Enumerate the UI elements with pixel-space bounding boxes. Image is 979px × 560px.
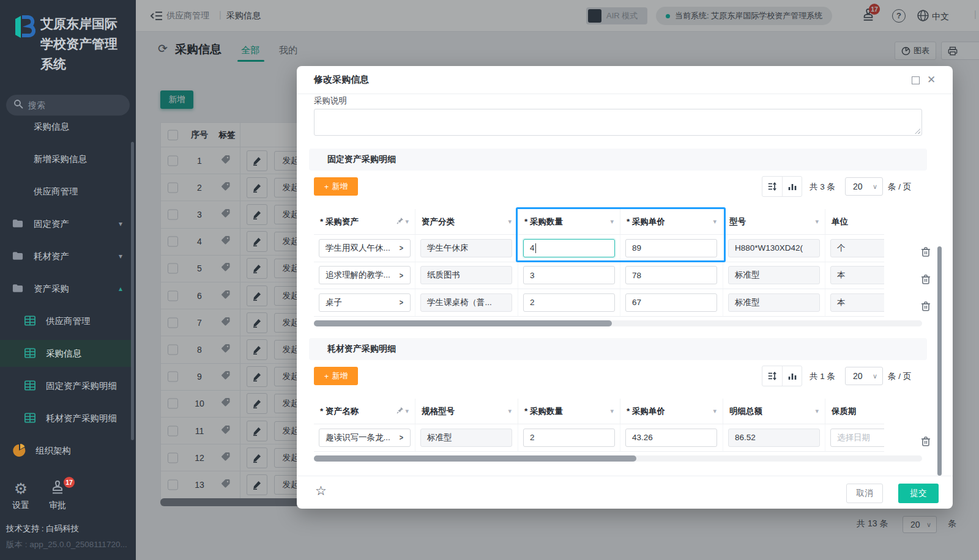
- sidebar-folder-consumable-assets[interactable]: 耗材资产 ▾: [0, 243, 133, 270]
- settings-button[interactable]: ⚙ 设置: [9, 481, 33, 511]
- chevron-right-icon: >: [400, 298, 403, 307]
- chevron-down-icon[interactable]: ▾: [610, 218, 614, 226]
- section-consumable-assets: 耗材资产采购明细: [309, 338, 927, 360]
- table-header: * 采购资产▾ 资产分类▾ * 采购数量▾ * 采购单价▾ 型号▾ 单位: [314, 209, 884, 235]
- gear-icon: ⚙: [9, 481, 33, 496]
- pin-icon[interactable]: [396, 217, 404, 226]
- sidebar-scrollbar[interactable]: [131, 142, 134, 440]
- delete-row-button[interactable]: [912, 293, 939, 320]
- add-row-button[interactable]: + 新增: [314, 367, 358, 385]
- sidebar-sub-supplier-mgmt[interactable]: 供应商管理: [0, 308, 133, 334]
- bar-chart-icon[interactable]: [782, 366, 802, 386]
- total-field: 86.52: [728, 429, 820, 447]
- table-horizontal-scrollbar[interactable]: [314, 320, 922, 326]
- chevron-down-icon: ▾: [119, 252, 122, 260]
- approval-button[interactable]: 17 审批: [44, 481, 71, 511]
- unit-field: 个: [830, 239, 884, 257]
- maximize-icon[interactable]: [912, 76, 920, 84]
- table-row: 桌子> 学生课桌椅（普... 2 67 标准型 本: [314, 289, 884, 317]
- sidebar-folder-fixed-assets[interactable]: 固定资产 ▾: [0, 210, 133, 237]
- asset-select[interactable]: 桌子>: [319, 293, 411, 312]
- folder-icon: [12, 251, 23, 262]
- description-textarea[interactable]: [314, 109, 922, 136]
- bar-chart-icon[interactable]: [782, 177, 802, 196]
- table-icon: [24, 380, 35, 392]
- modal-vertical-scrollbar[interactable]: [937, 246, 942, 476]
- add-row-button[interactable]: + 新增: [314, 177, 358, 196]
- delete-row-button[interactable]: [912, 238, 939, 266]
- chevron-down-icon[interactable]: ▾: [815, 218, 819, 226]
- table-header: * 资产名称▾ 规格型号▾ * 采购数量▾ * 采购单价▾ 明细总额▾ 保质期: [314, 399, 884, 424]
- fixed-total-count: 共 3 条: [810, 182, 835, 193]
- table-icon: [24, 315, 35, 328]
- qty-input[interactable]: 2: [523, 293, 615, 312]
- description-label: 采购说明: [314, 95, 347, 106]
- modal-header: 修改采购信息 ✕: [297, 66, 953, 94]
- favorite-star-icon[interactable]: ☆: [315, 484, 327, 498]
- chevron-down-icon[interactable]: ▾: [508, 218, 512, 226]
- consumable-page-size-select[interactable]: 20∨: [845, 367, 883, 385]
- unit-field: 本: [830, 266, 884, 284]
- consumable-total-count: 共 1 条: [810, 371, 835, 382]
- chevron-down-icon: ▾: [119, 219, 122, 228]
- modal-title: 修改采购信息: [314, 74, 369, 86]
- asset-select[interactable]: 追求理解的教学...>: [319, 266, 411, 284]
- sidebar-item-org[interactable]: 组织架构: [0, 437, 133, 464]
- asset-select[interactable]: 学生用双人午休...>: [319, 239, 411, 257]
- category-field: 学生午休床: [420, 239, 512, 257]
- qty-input[interactable]: 4: [523, 239, 615, 257]
- sidebar-sub-fixed-asset-detail[interactable]: 固定资产采购明细: [0, 372, 133, 399]
- close-icon[interactable]: ✕: [927, 73, 936, 86]
- sidebar-folder-asset-purchase[interactable]: 资产采购 ▴: [0, 275, 133, 302]
- table-icon: [24, 348, 35, 360]
- price-input[interactable]: 67: [625, 293, 717, 312]
- chevron-right-icon: >: [400, 433, 403, 442]
- qty-input[interactable]: 3: [523, 266, 615, 284]
- chevron-down-icon: ∨: [873, 183, 877, 191]
- per-page-label: 条 / 页: [888, 182, 911, 193]
- sidebar-search[interactable]: [6, 95, 130, 116]
- per-page-label: 条 / 页: [888, 371, 911, 382]
- consumable-assets-table: * 资产名称▾ 规格型号▾ * 采购数量▾ * 采购单价▾ 明细总额▾ 保质期 …: [314, 399, 922, 466]
- sidebar-item-new-purchase[interactable]: 新增采购信息: [0, 146, 133, 172]
- plus-icon: +: [324, 372, 329, 381]
- delete-row-button[interactable]: [912, 428, 939, 455]
- price-input[interactable]: 78: [625, 266, 717, 284]
- cancel-button[interactable]: 取消: [846, 484, 883, 503]
- qty-input[interactable]: 2: [523, 429, 615, 447]
- chevron-down-icon[interactable]: ▾: [508, 407, 512, 415]
- submit-button[interactable]: 提交: [898, 484, 939, 503]
- row-height-icon[interactable]: [762, 366, 782, 386]
- shelf-life-date-input[interactable]: 选择日期: [830, 429, 884, 447]
- sidebar-sub-consumable-detail[interactable]: 耗材资产采购明细: [0, 405, 133, 432]
- asset-select[interactable]: 趣读识写一条龙...>: [319, 429, 411, 447]
- sidebar-item-purchase-info[interactable]: 采购信息: [0, 113, 133, 140]
- table-row: 趣读识写一条龙...> 标准型 2 43.26 86.52 选择日期: [314, 424, 884, 452]
- support-text: 技术支持 : 白码科技: [6, 523, 79, 534]
- sidebar: 艾原东岸国际 学校资产管理 系统 采购信息 新增采购信息 供应商管理 固定资产 …: [0, 0, 136, 560]
- chevron-down-icon[interactable]: ▾: [610, 407, 614, 415]
- sidebar-sub-purchase-info[interactable]: 采购信息: [0, 340, 133, 367]
- chevron-down-icon[interactable]: ▾: [405, 407, 409, 415]
- row-height-icon[interactable]: [762, 177, 782, 196]
- chevron-right-icon: >: [400, 271, 403, 280]
- app-title: 艾原东岸国际 学校资产管理 系统: [40, 13, 132, 74]
- model-field: 标准型: [728, 293, 820, 312]
- pie-icon: [12, 444, 26, 459]
- table-row: 学生用双人午休...> 学生午休床 4 89 H880*W130XD42( 个: [314, 235, 884, 262]
- chevron-down-icon[interactable]: ▾: [713, 218, 717, 226]
- pin-icon[interactable]: [396, 407, 404, 416]
- chevron-down-icon[interactable]: ▾: [405, 218, 409, 226]
- table-horizontal-scrollbar[interactable]: [314, 455, 922, 462]
- chevron-up-icon: ▴: [119, 284, 122, 293]
- fixed-page-size-select[interactable]: 20∨: [845, 177, 883, 196]
- search-input[interactable]: [28, 100, 120, 110]
- price-input[interactable]: 43.26: [625, 429, 717, 447]
- chevron-down-icon[interactable]: ▾: [815, 407, 819, 415]
- delete-row-button[interactable]: [912, 266, 939, 293]
- chevron-down-icon[interactable]: ▾: [713, 407, 717, 415]
- sidebar-item-supplier-mgmt[interactable]: 供应商管理: [0, 178, 133, 205]
- fixed-assets-table: * 采购资产▾ 资产分类▾ * 采购数量▾ * 采购单价▾ 型号▾ 单位 学生用…: [314, 209, 922, 330]
- price-input[interactable]: 89: [625, 239, 717, 257]
- folder-icon: [12, 284, 23, 295]
